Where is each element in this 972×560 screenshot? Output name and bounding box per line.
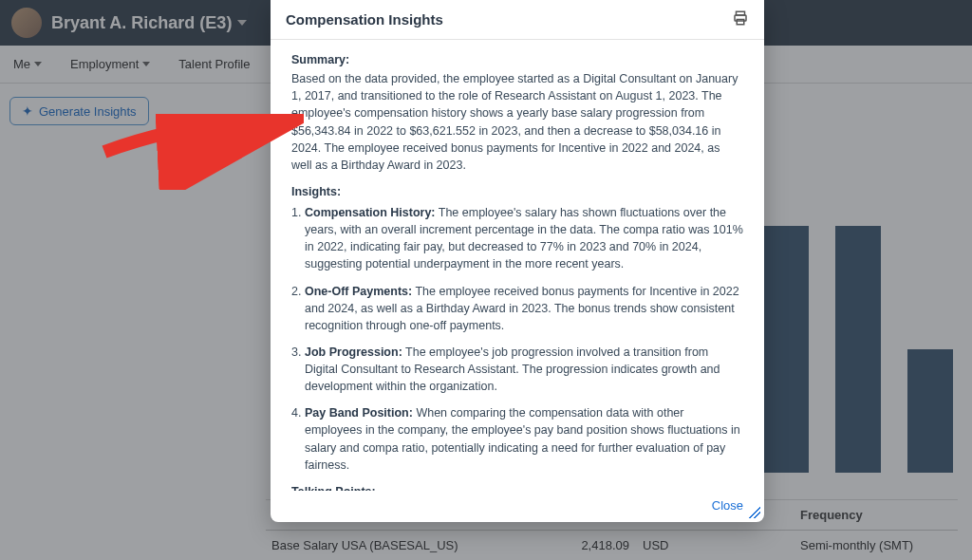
compensation-insights-modal: Compensation Insights Summary: Based on …: [271, 0, 764, 522]
modal-header: Compensation Insights: [271, 0, 764, 40]
close-button[interactable]: Close: [712, 498, 743, 513]
insight-item: Job Progression: The employee's job prog…: [305, 344, 743, 395]
insight-item: One-Off Payments: The employee received …: [305, 283, 743, 334]
talking-points-heading: Talking Points:: [291, 483, 743, 491]
modal-title: Compensation Insights: [286, 11, 443, 28]
insight-item: Pay Band Position: When comparing the co…: [305, 404, 743, 474]
resize-handle-icon[interactable]: [749, 507, 760, 518]
modal-body[interactable]: Summary: Based on the data provided, the…: [271, 40, 764, 491]
summary-text: Based on the data provided, the employee…: [291, 70, 743, 174]
insights-heading: Insights:: [291, 183, 743, 200]
modal-footer: Close: [271, 491, 764, 522]
summary-heading: Summary:: [291, 51, 743, 68]
insights-list: Compensation History: The employee's sal…: [291, 204, 743, 474]
insight-item: Compensation History: The employee's sal…: [305, 204, 743, 273]
print-icon[interactable]: [732, 9, 749, 29]
